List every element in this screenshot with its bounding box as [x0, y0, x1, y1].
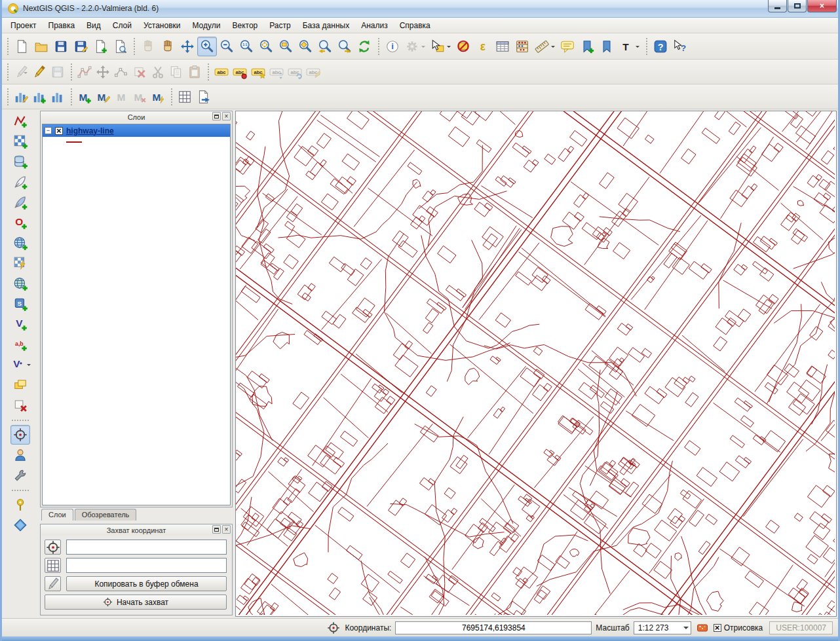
toggle-editing-button[interactable] — [30, 63, 48, 81]
plugin-model-add-button[interactable]: M — [75, 88, 94, 106]
pan-map-button[interactable] — [158, 37, 178, 56]
plugin-converter-tool-button[interactable] — [10, 466, 30, 485]
plugin-table-edit-button[interactable] — [12, 88, 30, 106]
copy-features-button[interactable] — [167, 63, 185, 81]
menu-item-8[interactable]: Растр — [263, 19, 296, 32]
plugin-model-run-button[interactable]: M — [149, 88, 167, 106]
open-project-button[interactable] — [31, 37, 51, 56]
paste-features-button[interactable] — [185, 63, 204, 81]
save-layer-edits-button[interactable] — [48, 63, 67, 81]
pin-unpin-labels-button[interactable]: abc — [231, 63, 249, 81]
pin-labels-plugin-button[interactable] — [10, 495, 30, 515]
scale-combobox[interactable]: 1:12 273 — [634, 621, 691, 634]
layers-panel-close-button[interactable]: × — [222, 112, 231, 120]
measure-button[interactable] — [532, 37, 558, 56]
open-attribute-table-button[interactable] — [493, 37, 512, 56]
minimize-button[interactable] — [768, 0, 787, 12]
plugin-model-delete-button[interactable]: M — [130, 88, 149, 106]
save-project-as-button[interactable] — [71, 37, 90, 56]
zoom-full-extent-button[interactable] — [256, 37, 276, 56]
plugin-export-tool-button[interactable] — [194, 88, 212, 106]
track-mouse-button[interactable] — [45, 576, 61, 591]
change-label-button[interactable]: abc — [304, 63, 322, 81]
menu-item-5[interactable]: Установки — [138, 19, 186, 32]
move-label-button[interactable]: abc — [267, 63, 286, 81]
coordinate-capture-input-1[interactable] — [66, 540, 227, 555]
coordinate-capture-input-2[interactable] — [66, 558, 227, 573]
field-calculator-button[interactable] — [512, 37, 532, 56]
text-annotation-button[interactable]: T — [617, 37, 642, 56]
duplicate-layers-button[interactable] — [10, 375, 30, 395]
plugin-model-info-button[interactable]: M — [112, 88, 130, 106]
add-vector-layer-button[interactable] — [10, 111, 30, 131]
menu-item-7[interactable]: Вектор — [226, 19, 263, 32]
zoom-last-button[interactable] — [315, 37, 335, 56]
menu-item-9[interactable]: База данных — [297, 19, 355, 32]
add-mssql-layer-button[interactable] — [10, 192, 30, 212]
map-canvas[interactable] — [236, 111, 835, 615]
plugin-table-add-button[interactable] — [30, 88, 48, 106]
current-edits-button[interactable] — [12, 63, 30, 81]
coordinate-capture-close-button[interactable]: × — [222, 525, 231, 534]
menu-item-11[interactable]: Справка — [394, 19, 436, 32]
zoom-in-button[interactable] — [197, 37, 217, 56]
identify-features-button[interactable]: i — [383, 37, 402, 56]
add-spatialite-layer-button[interactable] — [10, 172, 30, 192]
add-wcs-layer-button[interactable] — [10, 253, 30, 273]
zoom-to-native-resolution-button[interactable]: 1:1 — [237, 37, 256, 56]
add-sqlanywhere-layer-button[interactable]: S — [10, 294, 30, 314]
render-palette-icon[interactable] — [695, 621, 710, 635]
add-postgis-layer-button[interactable] — [10, 152, 30, 172]
plugin-grid-tool-button[interactable] — [176, 88, 194, 106]
delete-selected-button[interactable] — [130, 63, 149, 81]
node-tool-button[interactable] — [112, 63, 130, 81]
copy-to-clipboard-button[interactable]: Копировать в буфер обмена — [66, 576, 227, 591]
start-capture-button[interactable]: Начать захват — [45, 595, 227, 610]
layers-panel-float-button[interactable] — [212, 112, 221, 120]
deselect-features-button[interactable] — [453, 37, 473, 56]
crs-picker-button[interactable] — [45, 540, 61, 555]
pan-to-selection-button[interactable] — [178, 37, 197, 56]
save-project-button[interactable] — [51, 37, 71, 56]
coordinates-input[interactable] — [395, 621, 592, 634]
remove-layer-button[interactable] — [10, 395, 30, 415]
tab-browser[interactable]: Обозреватель — [75, 509, 137, 521]
labeling-button[interactable]: abc — [212, 63, 231, 81]
menu-item-2[interactable]: Правка — [43, 19, 81, 32]
whats-this-button[interactable]: ? — [670, 37, 690, 56]
add-wms-layer-button[interactable] — [10, 233, 30, 253]
select-features-button[interactable] — [428, 37, 453, 56]
zoom-out-button[interactable] — [217, 37, 237, 56]
add-delimited-text-layer-button[interactable]: a,b — [10, 335, 30, 354]
menu-item-6[interactable]: Модули — [186, 19, 226, 32]
plugin-table-view-button[interactable] — [48, 88, 67, 106]
coordinate-display-toggle-button[interactable] — [326, 621, 341, 635]
menu-item-4[interactable]: Слой — [107, 19, 138, 32]
coordinate-capture-button[interactable] — [10, 425, 30, 445]
layers-tree[interactable]: − highway-line — [42, 124, 231, 505]
composer-manager-button[interactable] — [110, 37, 130, 56]
add-oracle-layer-button[interactable]: O — [10, 213, 30, 232]
map-crs-button[interactable] — [45, 558, 61, 573]
menu-item-3[interactable]: Вид — [81, 19, 107, 32]
select-by-expression-button[interactable]: ε — [473, 37, 493, 56]
highlight-pinned-labels-button[interactable]: abc — [249, 63, 267, 81]
show-bookmarks-button[interactable] — [597, 37, 617, 56]
layer-expander-icon[interactable]: − — [45, 127, 52, 134]
maximize-button[interactable] — [788, 0, 807, 12]
add-feature-button[interactable] — [75, 63, 94, 81]
layer-row-highway-line[interactable]: − highway-line — [43, 124, 230, 137]
new-shapefile-layer-button[interactable]: V — [10, 314, 30, 334]
coordinate-capture-float-button[interactable] — [212, 525, 221, 534]
help-contents-button[interactable]: ? — [651, 37, 670, 56]
run-feature-action-button[interactable] — [402, 37, 428, 56]
add-raster-layer-button[interactable] — [10, 132, 30, 151]
layer-visibility-checkbox[interactable] — [55, 127, 63, 135]
menu-item-10[interactable]: Анализ — [355, 19, 394, 32]
new-print-composer-button[interactable] — [90, 37, 110, 56]
plugin-model-edit-button[interactable]: M — [94, 88, 112, 106]
touch-zoom-and-pan-button[interactable] — [138, 37, 158, 56]
close-button[interactable]: × — [807, 0, 837, 12]
oracle-georaster-plugin-button[interactable] — [10, 515, 30, 535]
layer-name[interactable]: highway-line — [66, 126, 114, 136]
